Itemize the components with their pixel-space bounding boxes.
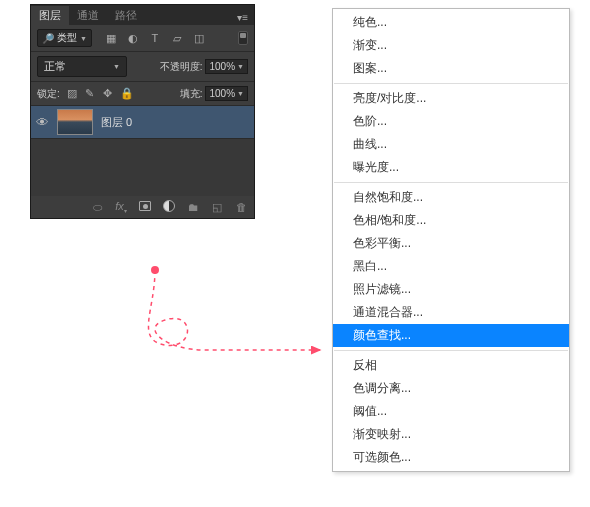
fill-label: 填充: <box>180 87 203 101</box>
adjustment-layer-icon[interactable] <box>162 200 176 214</box>
lock-label: 锁定: <box>37 87 60 101</box>
fill-value-input[interactable]: 100% ▼ <box>205 86 248 101</box>
menu-item[interactable]: 通道混合器... <box>333 301 569 324</box>
delete-layer-icon[interactable]: 🗑 <box>234 201 248 213</box>
fill-value: 100% <box>209 88 235 99</box>
layer-mask-icon[interactable] <box>138 201 152 213</box>
opacity-value-input[interactable]: 100% ▼ <box>205 59 248 74</box>
new-layer-icon[interactable]: ◱ <box>210 201 224 214</box>
panel-tabs: 图层 通道 路径 ▾≡ <box>31 5 254 25</box>
blend-mode-dropdown[interactable]: 正常 ▼ <box>37 56 127 77</box>
chevron-down-icon: ▼ <box>113 63 120 70</box>
filter-type-icon[interactable]: T <box>148 32 162 45</box>
menu-item[interactable]: 黑白... <box>333 255 569 278</box>
layer-list: 👁 图层 0 <box>31 106 254 196</box>
menu-item[interactable]: 色相/饱和度... <box>333 209 569 232</box>
menu-item[interactable]: 色阶... <box>333 110 569 133</box>
panel-footer: ⬭ fx▾ 🖿 ◱ 🗑 <box>31 196 254 218</box>
layer-name-label[interactable]: 图层 0 <box>101 115 132 130</box>
menu-item[interactable]: 可选颜色... <box>333 446 569 469</box>
menu-item[interactable]: 照片滤镜... <box>333 278 569 301</box>
layers-panel: 图层 通道 路径 ▾≡ 🔎 类型 ▼ ▦ ◐ T ▱ ◫ 正常 ▼ 不透明度: … <box>30 4 255 219</box>
filter-pixel-icon[interactable]: ▦ <box>104 32 118 45</box>
menu-item[interactable]: 曲线... <box>333 133 569 156</box>
menu-item[interactable]: 渐变映射... <box>333 423 569 446</box>
chevron-down-icon: ▼ <box>237 90 244 97</box>
visibility-icon[interactable]: 👁 <box>35 115 49 130</box>
filter-adjustment-icon[interactable]: ◐ <box>126 32 140 45</box>
chevron-down-icon: ▼ <box>80 35 87 42</box>
filter-smart-icon[interactable]: ◫ <box>192 32 206 45</box>
filter-shape-icon[interactable]: ▱ <box>170 32 184 45</box>
menu-item[interactable]: 图案... <box>333 57 569 80</box>
menu-separator <box>334 182 568 183</box>
menu-item[interactable]: 渐变... <box>333 34 569 57</box>
filter-row: 🔎 类型 ▼ ▦ ◐ T ▱ ◫ <box>31 25 254 52</box>
menu-separator <box>334 350 568 351</box>
opacity-label: 不透明度: <box>160 60 203 74</box>
menu-item[interactable]: 阈值... <box>333 400 569 423</box>
menu-item[interactable]: 亮度/对比度... <box>333 87 569 110</box>
menu-item[interactable]: 色调分离... <box>333 377 569 400</box>
lock-transparency-icon[interactable]: ▨ <box>66 87 78 100</box>
lock-all-icon[interactable]: 🔒 <box>120 87 132 100</box>
menu-separator <box>334 83 568 84</box>
menu-item[interactable]: 自然饱和度... <box>333 186 569 209</box>
opacity-value: 100% <box>209 61 235 72</box>
menu-item[interactable]: 色彩平衡... <box>333 232 569 255</box>
lock-pixels-icon[interactable]: ✎ <box>84 87 96 100</box>
lock-row: 锁定: ▨ ✎ ✥ 🔒 填充: 100% ▼ <box>31 82 254 106</box>
adjustment-context-menu: 纯色...渐变...图案...亮度/对比度...色阶...曲线...曝光度...… <box>332 8 570 472</box>
chevron-down-icon: ▼ <box>237 63 244 70</box>
filter-icons: ▦ ◐ T ▱ ◫ <box>104 32 206 45</box>
kind-filter-dropdown[interactable]: 🔎 类型 ▼ <box>37 29 92 47</box>
link-layers-icon[interactable]: ⬭ <box>90 201 104 214</box>
panel-menu-icon[interactable]: ▾≡ <box>231 10 254 25</box>
menu-item[interactable]: 纯色... <box>333 11 569 34</box>
opacity-control: 不透明度: 100% ▼ <box>160 59 248 74</box>
fill-control: 填充: 100% ▼ <box>180 86 248 101</box>
tab-paths[interactable]: 路径 <box>107 6 145 25</box>
svg-point-0 <box>151 266 159 274</box>
menu-item[interactable]: 反相 <box>333 354 569 377</box>
layer-thumbnail[interactable] <box>57 109 93 135</box>
filter-toggle[interactable] <box>238 31 248 45</box>
search-icon: 🔎 <box>42 33 54 44</box>
layer-style-icon[interactable]: fx▾ <box>114 200 128 214</box>
kind-filter-label: 类型 <box>57 31 77 45</box>
connector-arrow <box>135 260 335 380</box>
menu-item[interactable]: 曝光度... <box>333 156 569 179</box>
blend-mode-label: 正常 <box>44 59 66 74</box>
tab-channels[interactable]: 通道 <box>69 6 107 25</box>
tab-layers[interactable]: 图层 <box>31 6 69 25</box>
lock-icons: ▨ ✎ ✥ 🔒 <box>66 87 132 100</box>
lock-position-icon[interactable]: ✥ <box>102 87 114 100</box>
layer-item[interactable]: 👁 图层 0 <box>31 106 254 139</box>
menu-item[interactable]: 颜色查找... <box>333 324 569 347</box>
blend-row: 正常 ▼ 不透明度: 100% ▼ <box>31 52 254 82</box>
group-icon[interactable]: 🖿 <box>186 201 200 213</box>
